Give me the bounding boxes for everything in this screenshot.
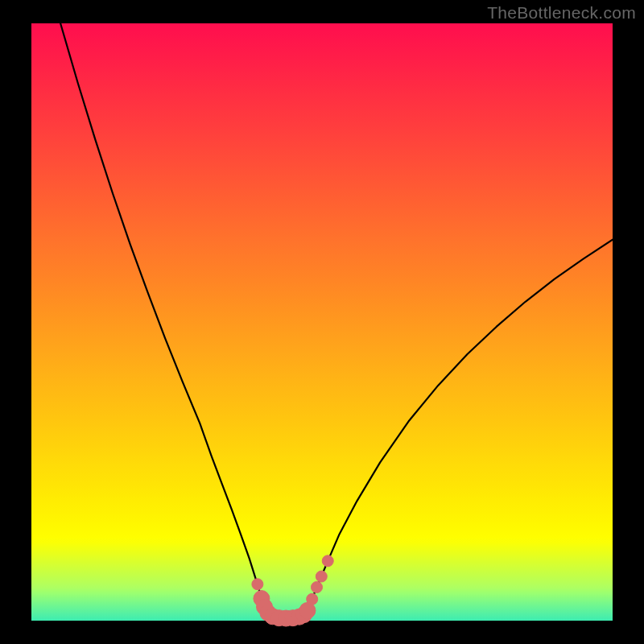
chart-stage: TheBottleneck.com <box>0 0 644 644</box>
data-marker <box>322 555 333 567</box>
plot-background <box>31 23 613 621</box>
data-marker <box>307 593 318 605</box>
bottleneck-plot <box>0 0 644 644</box>
data-marker <box>312 581 323 592</box>
data-marker <box>252 579 263 590</box>
data-marker <box>316 571 327 582</box>
